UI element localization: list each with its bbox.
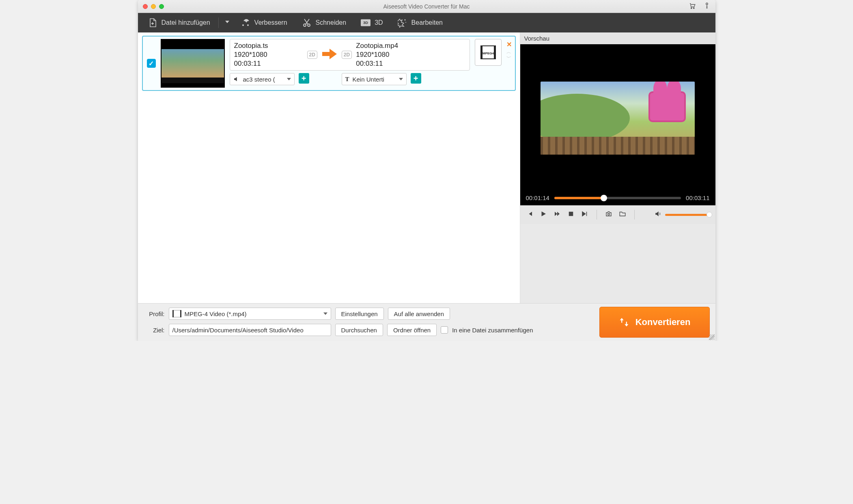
audio-track-value: ac3 stereo ( xyxy=(243,76,275,83)
preview-controls xyxy=(520,205,715,224)
convert-label: Konvertieren xyxy=(635,317,691,327)
target-info: Zootopia.mp4 1920*1080 00:03:11 xyxy=(356,42,425,68)
target-filename: Zootopia.mp4 xyxy=(356,42,425,50)
browse-button[interactable]: Durchsuchen xyxy=(335,324,383,336)
volume-icon[interactable] xyxy=(655,210,662,219)
window-title: Aiseesoft Video Converter für Mac xyxy=(138,3,715,10)
output-format-button[interactable]: MPEG4 xyxy=(475,39,502,66)
snapshot-button[interactable] xyxy=(605,210,612,219)
file-list: ✓ Zootopia.ts 1920*1080 00:03:11 2D xyxy=(138,32,520,303)
preview-total-time: 00:03:11 xyxy=(686,194,709,201)
chevron-down-icon xyxy=(323,312,327,315)
add-file-button[interactable]: Datei hinzufügen xyxy=(140,13,218,32)
footer: Profil: MPEG-4 Video (*.mp4) Einstellung… xyxy=(138,303,715,341)
svg-text:3D: 3D xyxy=(363,20,368,25)
svg-point-4 xyxy=(247,24,249,26)
file-info-row: Zootopia.ts 1920*1080 00:03:11 2D 2D Zoo… xyxy=(230,39,470,71)
open-folder-button[interactable]: Ordner öffnen xyxy=(387,324,437,336)
open-snapshot-folder-button[interactable] xyxy=(619,210,626,219)
add-file-label: Datei hinzufügen xyxy=(162,19,210,26)
volume-slider[interactable] xyxy=(665,214,710,216)
svg-rect-15 xyxy=(569,212,573,216)
main-toolbar: Datei hinzufügen Verbessern Schneiden 3D… xyxy=(138,13,715,32)
destination-field[interactable]: /Users/admin/Documents/Aiseesoft Studio/… xyxy=(169,324,331,336)
move-down-button[interactable]: ﹀ xyxy=(506,56,511,60)
preview-panel: Vorschau 00:01:14 00:03:11 xyxy=(520,32,715,303)
move-up-button[interactable]: ︿ xyxy=(506,50,511,54)
stop-button[interactable] xyxy=(567,210,575,219)
profile-select[interactable]: MPEG-4 Video (*.mp4) xyxy=(169,308,331,320)
source-filename: Zootopia.ts xyxy=(234,42,303,50)
convert-icon xyxy=(618,317,630,328)
target-resolution: 1920*1080 xyxy=(356,51,425,59)
source-resolution: 1920*1080 xyxy=(234,51,303,59)
svg-text:MPEG4: MPEG4 xyxy=(482,52,494,55)
preview-current-time: 00:01:14 xyxy=(526,194,549,201)
subtitle-select[interactable]: T Kein Unterti xyxy=(342,73,407,85)
svg-point-10 xyxy=(405,22,406,23)
source-duration: 00:03:11 xyxy=(234,60,303,68)
chevron-down-icon xyxy=(287,78,291,80)
svg-rect-18 xyxy=(172,310,174,317)
profile-label: Profil: xyxy=(144,310,165,317)
add-audio-button[interactable]: + xyxy=(299,73,309,84)
destination-label: Ziel: xyxy=(144,327,165,334)
item-checkbox[interactable]: ✓ xyxy=(147,59,156,68)
text-icon: T xyxy=(345,76,349,83)
profile-value: MPEG-4 Video (*.mp4) xyxy=(185,310,247,317)
mpeg4-icon xyxy=(172,310,181,317)
svg-point-3 xyxy=(242,24,244,26)
subtitle-value: Kein Unterti xyxy=(353,76,384,83)
remove-item-button[interactable]: ✕ xyxy=(506,41,512,48)
svg-rect-19 xyxy=(180,310,181,317)
3d-label: 3D xyxy=(375,19,383,26)
svg-rect-17 xyxy=(172,310,181,317)
edit-button[interactable]: Bearbeiten xyxy=(390,13,450,32)
resize-handle[interactable] xyxy=(709,334,715,340)
chevron-down-icon xyxy=(225,21,229,25)
arrow-right-icon xyxy=(321,48,338,62)
skip-forward-button[interactable] xyxy=(581,210,588,219)
target-2d-badge: 2D xyxy=(342,51,352,59)
source-2d-badge: 2D xyxy=(307,51,317,59)
merge-checkbox[interactable] xyxy=(441,326,448,334)
merge-label: In eine Datei zusammenfügen xyxy=(452,327,533,334)
titlebar: Aiseesoft Video Converter für Mac xyxy=(138,0,715,13)
enhance-button[interactable]: Verbessern xyxy=(233,13,295,32)
apply-all-button[interactable]: Auf alle anwenden xyxy=(388,308,450,320)
skip-back-button[interactable] xyxy=(526,210,533,219)
add-subtitle-button[interactable]: + xyxy=(411,73,421,84)
preview-title: Vorschau xyxy=(520,32,715,44)
convert-button[interactable]: Konvertieren xyxy=(599,307,710,338)
play-button[interactable] xyxy=(540,210,547,219)
svg-rect-13 xyxy=(494,46,495,59)
cut-button[interactable]: Schneiden xyxy=(295,13,354,32)
chevron-down-icon xyxy=(399,78,403,80)
item-thumbnail[interactable] xyxy=(161,39,225,88)
cut-label: Schneiden xyxy=(316,19,347,26)
3d-button[interactable]: 3D 3D xyxy=(353,13,390,32)
destination-value: /Users/admin/Documents/Aiseesoft Studio/… xyxy=(172,327,304,334)
target-duration: 00:03:11 xyxy=(356,60,425,68)
svg-point-9 xyxy=(404,19,405,21)
source-info: Zootopia.ts 1920*1080 00:03:11 xyxy=(234,42,303,68)
svg-point-16 xyxy=(607,213,610,215)
edit-label: Bearbeiten xyxy=(411,19,443,26)
add-file-dropdown[interactable] xyxy=(220,13,233,32)
app-window: Aiseesoft Video Converter für Mac Datei … xyxy=(138,0,715,341)
speaker-icon xyxy=(233,76,240,82)
file-item[interactable]: ✓ Zootopia.ts 1920*1080 00:03:11 2D xyxy=(142,36,516,91)
enhance-label: Verbessern xyxy=(254,19,287,26)
fast-forward-button[interactable] xyxy=(554,210,561,219)
preview-video[interactable] xyxy=(520,44,715,192)
audio-track-select[interactable]: ac3 stereo ( xyxy=(230,73,295,85)
seek-slider[interactable] xyxy=(554,197,681,199)
settings-button[interactable]: Einstellungen xyxy=(335,308,384,320)
